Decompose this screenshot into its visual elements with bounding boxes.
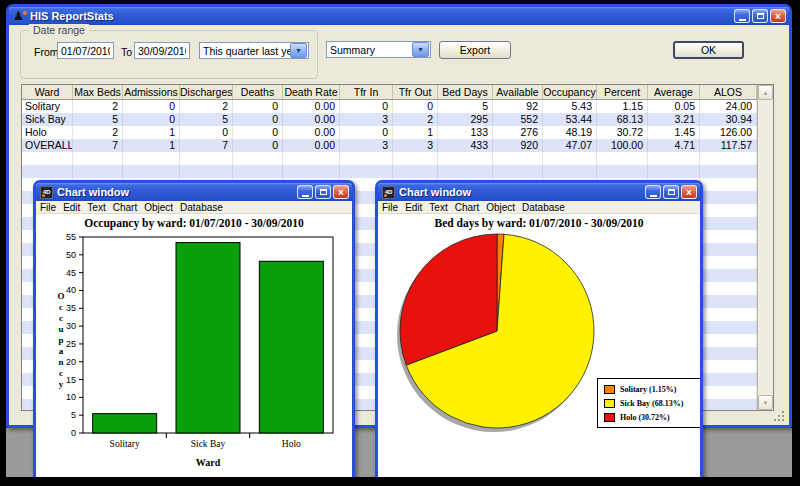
pie-chart-titlebar[interactable]: 4D Chart window × xyxy=(378,183,700,201)
column-header-available[interactable]: Available xyxy=(493,85,543,99)
bar-chart-client: FileEditTextChartObjectDatabase Occupanc… xyxy=(36,201,352,477)
table-cell xyxy=(700,165,757,178)
minimize-button[interactable] xyxy=(297,185,313,199)
menu-item-object[interactable]: Object xyxy=(144,202,173,213)
menu-item-file[interactable]: File xyxy=(382,202,398,213)
column-header-admissions[interactable]: Admissions xyxy=(123,85,180,99)
menu-item-text[interactable]: Text xyxy=(429,202,447,213)
table-row-empty xyxy=(22,165,757,178)
menu-bar: FileEditTextChartObjectDatabase xyxy=(378,201,700,214)
minimize-button[interactable] xyxy=(734,9,750,23)
table-cell: 47.07 xyxy=(543,139,597,152)
column-header-percent[interactable]: Percent xyxy=(597,85,648,99)
maximize-button[interactable] xyxy=(315,185,331,199)
table-cell xyxy=(393,152,438,165)
table-cell xyxy=(700,256,757,269)
maximize-icon xyxy=(668,189,675,195)
column-header-deaths[interactable]: Deaths xyxy=(233,85,283,99)
menu-item-file[interactable]: File xyxy=(40,202,56,213)
table-cell: 7 xyxy=(73,139,123,152)
chart-app-icon: 4D xyxy=(40,186,53,199)
table-cell: Sick Bay xyxy=(22,113,73,126)
period-select[interactable]: This quarter last year ▼ xyxy=(199,42,309,59)
column-header-discharges[interactable]: Discharges xyxy=(180,85,233,99)
legend-swatch xyxy=(604,385,615,394)
table-row-solitary[interactable]: Solitary20200.00005925.431.150.0524.00 xyxy=(22,100,757,113)
column-header-alos[interactable]: ALOS xyxy=(700,85,757,99)
menu-item-text[interactable]: Text xyxy=(87,202,105,213)
bar-solitary xyxy=(93,414,157,433)
scroll-up-button[interactable]: ▲ xyxy=(758,85,773,100)
table-cell: 0 xyxy=(393,100,438,113)
close-button[interactable]: × xyxy=(681,185,697,199)
minimize-button[interactable] xyxy=(645,185,661,199)
table-cell: 126.00 xyxy=(700,126,757,139)
menu-item-chart[interactable]: Chart xyxy=(113,202,137,213)
column-header-occupancy[interactable]: Occupancy xyxy=(543,85,597,99)
resize-grip[interactable] xyxy=(773,410,785,422)
table-row-holo[interactable]: Holo21000.000113327648.1930.721.45126.00 xyxy=(22,126,757,139)
column-header-death-rate[interactable]: Death Rate xyxy=(283,85,340,99)
table-cell xyxy=(180,152,233,165)
maximize-icon xyxy=(757,13,764,19)
bar-chart-window: 4D Chart window × FileEditTextChartObjec… xyxy=(33,180,355,480)
bar-chart-titlebar[interactable]: 4D Chart window × xyxy=(36,183,352,201)
from-date-input[interactable] xyxy=(57,42,114,59)
ok-button[interactable]: OK xyxy=(673,41,744,59)
maximize-button[interactable] xyxy=(663,185,679,199)
table-cell xyxy=(648,165,700,178)
app-icon: ♟ xyxy=(13,10,26,23)
y-axis-title-letter: u xyxy=(58,324,63,334)
table-cell xyxy=(700,282,757,295)
table-cell: 0 xyxy=(233,100,283,113)
table-row-overall[interactable]: OVERALL71700.003343392047.07100.004.7111… xyxy=(22,139,757,152)
legend-label: Sick Bay (68.13%) xyxy=(620,399,683,408)
table-row-sick-bay[interactable]: Sick Bay50500.003229555253.4468.133.2130… xyxy=(22,113,757,126)
table-cell: 5.43 xyxy=(543,100,597,113)
menu-item-edit[interactable]: Edit xyxy=(63,202,80,213)
table-cell: 24.00 xyxy=(700,100,757,113)
close-button[interactable]: × xyxy=(770,9,786,23)
table-cell xyxy=(283,152,340,165)
menu-item-database[interactable]: Database xyxy=(522,202,565,213)
pie-chart-content: Bed days by ward: 01/07/2010 - 30/09/201… xyxy=(378,214,700,477)
report-type-select[interactable]: Summary ▼ xyxy=(326,41,431,58)
column-header-ward[interactable]: Ward xyxy=(22,85,73,99)
y-axis-title-letter: p xyxy=(58,335,63,345)
close-icon: × xyxy=(775,11,781,22)
table-cell: 30.94 xyxy=(700,113,757,126)
from-label: From xyxy=(34,46,59,58)
chart-app-icon-dot xyxy=(42,194,45,197)
table-cell: 433 xyxy=(438,139,493,152)
column-header-tfr-in[interactable]: Tfr In xyxy=(340,85,393,99)
y-tick-label: 5 xyxy=(71,410,76,420)
menu-item-database[interactable]: Database xyxy=(180,202,223,213)
column-header-bed-days[interactable]: Bed Days xyxy=(438,85,493,99)
app-icon-dot xyxy=(23,11,27,15)
scroll-down-button[interactable]: ▼ xyxy=(758,395,773,410)
main-titlebar[interactable]: ♟ HIS ReportStats × xyxy=(9,7,789,25)
minimize-icon xyxy=(739,19,746,21)
column-header-max-beds[interactable]: Max Beds xyxy=(73,85,123,99)
chevron-down-icon[interactable]: ▼ xyxy=(412,42,429,57)
column-header-average[interactable]: Average xyxy=(648,85,700,99)
table-cell: 0 xyxy=(340,100,393,113)
chevron-down-icon[interactable]: ▼ xyxy=(290,43,307,58)
table-cell: 0.05 xyxy=(648,100,700,113)
y-tick-label: 15 xyxy=(66,375,76,385)
column-header-tfr-out[interactable]: Tfr Out xyxy=(393,85,438,99)
table-cell: 2 xyxy=(180,100,233,113)
menu-item-chart[interactable]: Chart xyxy=(455,202,479,213)
maximize-button[interactable] xyxy=(752,9,768,23)
legend-item-sick-bay: Sick Bay (68.13%) xyxy=(604,398,700,409)
table-cell xyxy=(393,165,438,178)
table-cell: 5 xyxy=(73,113,123,126)
table-cell xyxy=(340,152,393,165)
menu-item-object[interactable]: Object xyxy=(486,202,515,213)
table-scrollbar[interactable]: ▲ ▼ xyxy=(757,85,773,410)
close-button[interactable]: × xyxy=(333,185,349,199)
export-button[interactable]: Export xyxy=(439,41,511,59)
to-date-input[interactable] xyxy=(134,42,190,59)
menu-item-edit[interactable]: Edit xyxy=(405,202,422,213)
bar-chart-svg: 0510152025303540455055SolitarySick BayHo… xyxy=(36,214,352,477)
